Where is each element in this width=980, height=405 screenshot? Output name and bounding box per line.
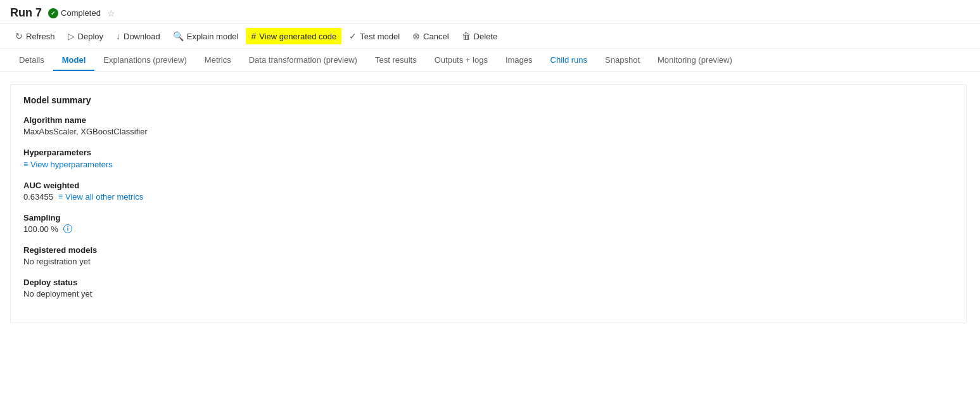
- info-icon[interactable]: i: [63, 224, 72, 233]
- tab-images[interactable]: Images: [497, 49, 542, 71]
- view-code-icon: #: [251, 31, 256, 41]
- test-model-icon: ✓: [349, 31, 357, 41]
- hyperparameters-label: Hyperparameters: [23, 148, 953, 157]
- hyperparameters-group: Hyperparameters ≡ View hyperparameters: [23, 148, 953, 169]
- test-model-label: Test model: [360, 32, 400, 41]
- status-badge: Completed: [48, 8, 101, 18]
- auc-value: 0.63455: [23, 192, 53, 202]
- download-label: Download: [124, 32, 160, 41]
- view-generated-code-button[interactable]: # View generated code: [246, 28, 341, 44]
- model-summary-section: Model summary Algorithm name MaxAbsScale…: [10, 84, 967, 323]
- main-content: Model summary Algorithm name MaxAbsScale…: [0, 72, 980, 336]
- cancel-label: Cancel: [423, 32, 449, 41]
- view-code-label: View generated code: [259, 32, 336, 41]
- cancel-icon: ⊗: [412, 31, 420, 41]
- tab-monitoring[interactable]: Monitoring (preview): [649, 49, 741, 71]
- run-title: Run 7: [10, 6, 42, 20]
- registered-models-group: Registered models No registration yet: [23, 245, 953, 266]
- cancel-button[interactable]: ⊗ Cancel: [407, 28, 454, 44]
- explain-model-label: Explain model: [187, 32, 239, 41]
- auc-label: AUC weighted: [23, 181, 953, 190]
- test-model-button[interactable]: ✓ Test model: [344, 28, 405, 44]
- deploy-status-group: Deploy status No deployment yet: [23, 278, 953, 299]
- sampling-group: Sampling 100.00 % i: [23, 213, 953, 234]
- algorithm-name-label: Algorithm name: [23, 115, 953, 125]
- sampling-row: 100.00 % i: [23, 224, 953, 234]
- toolbar: ↻ Refresh ▷ Deploy ↓ Download 🔍 Explain …: [0, 24, 980, 49]
- tab-outputs-logs[interactable]: Outputs + logs: [426, 49, 497, 71]
- delete-label: Delete: [474, 32, 498, 41]
- delete-icon: 🗑: [462, 31, 471, 41]
- refresh-icon: ↻: [15, 31, 23, 41]
- registered-models-label: Registered models: [23, 245, 953, 255]
- tab-details[interactable]: Details: [10, 49, 53, 71]
- refresh-button[interactable]: ↻ Refresh: [10, 28, 60, 44]
- section-title: Model summary: [23, 95, 953, 105]
- metrics-list-icon: ≡: [58, 192, 63, 201]
- auc-weighted-group: AUC weighted 0.63455 ≡ View all other me…: [23, 181, 953, 202]
- status-dot-icon: [48, 8, 58, 18]
- explain-model-icon: 🔍: [173, 31, 184, 41]
- view-hyperparameters-link[interactable]: ≡ View hyperparameters: [23, 160, 113, 169]
- tab-data-transformation[interactable]: Data transformation (preview): [240, 49, 366, 71]
- auc-row: 0.63455 ≡ View all other metrics: [23, 192, 953, 202]
- tab-test-results[interactable]: Test results: [366, 49, 426, 71]
- tab-model[interactable]: Model: [53, 49, 95, 71]
- download-button[interactable]: ↓ Download: [111, 28, 165, 44]
- tab-bar: Details Model Explanations (preview) Met…: [0, 49, 980, 72]
- algorithm-name-group: Algorithm name MaxAbsScaler, XGBoostClas…: [23, 115, 953, 136]
- deploy-status-value: No deployment yet: [23, 289, 953, 299]
- algorithm-name-value: MaxAbsScaler, XGBoostClassifier: [23, 127, 953, 136]
- sampling-value: 100.00 %: [23, 224, 58, 234]
- tab-explanations[interactable]: Explanations (preview): [94, 49, 196, 71]
- refresh-label: Refresh: [26, 32, 55, 41]
- deploy-icon: ▷: [68, 31, 75, 41]
- tab-metrics[interactable]: Metrics: [196, 49, 240, 71]
- delete-button[interactable]: 🗑 Delete: [457, 28, 503, 44]
- deploy-label: Deploy: [78, 32, 103, 41]
- title-bar: Run 7 Completed ☆: [0, 0, 980, 24]
- tab-snapshot[interactable]: Snapshot: [596, 49, 649, 71]
- status-label: Completed: [61, 8, 101, 18]
- view-all-metrics-link[interactable]: ≡ View all other metrics: [58, 192, 143, 202]
- list-icon: ≡: [23, 160, 28, 169]
- favorite-icon[interactable]: ☆: [107, 8, 115, 18]
- explain-model-button[interactable]: 🔍 Explain model: [168, 28, 244, 44]
- registered-models-value: No registration yet: [23, 257, 953, 266]
- sampling-label: Sampling: [23, 213, 953, 222]
- tab-child-runs[interactable]: Child runs: [542, 49, 597, 71]
- download-icon: ↓: [116, 31, 120, 41]
- deploy-status-label: Deploy status: [23, 278, 953, 287]
- deploy-button[interactable]: ▷ Deploy: [63, 28, 108, 44]
